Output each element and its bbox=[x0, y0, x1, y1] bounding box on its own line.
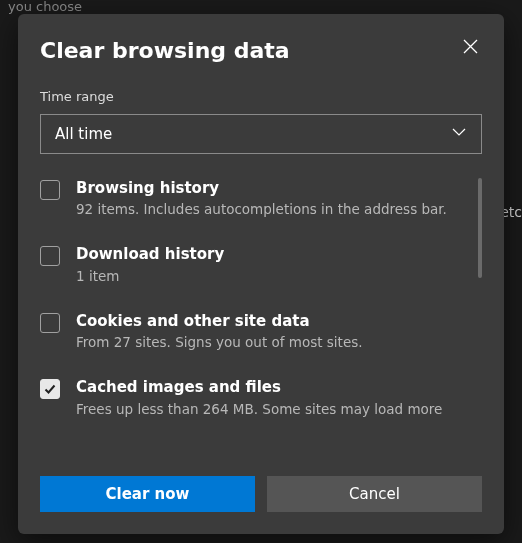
clear-browsing-data-dialog: Clear browsing data Time range All time … bbox=[18, 14, 504, 534]
item-text: Browsing history 92 items. Includes auto… bbox=[76, 178, 468, 218]
checkbox-browsing-history[interactable] bbox=[40, 180, 60, 200]
time-range-label: Time range bbox=[40, 89, 482, 104]
item-title: Download history bbox=[76, 244, 468, 264]
dialog-title: Clear browsing data bbox=[40, 38, 290, 63]
time-range-select[interactable]: All time bbox=[40, 114, 482, 154]
item-title: Cookies and other site data bbox=[76, 311, 468, 331]
item-title: Cached images and files bbox=[76, 377, 468, 397]
item-sub: From 27 sites. Signs you out of most sit… bbox=[76, 333, 468, 351]
item-text: Download history 1 item bbox=[76, 244, 468, 284]
item-text: Cached images and files Frees up less th… bbox=[76, 377, 468, 417]
close-button[interactable] bbox=[458, 34, 482, 58]
item-cached-files[interactable]: Cached images and files Frees up less th… bbox=[40, 377, 468, 417]
time-range-value: All time bbox=[55, 125, 112, 143]
checkbox-cookies[interactable] bbox=[40, 313, 60, 333]
dialog-header: Clear browsing data bbox=[40, 38, 482, 63]
item-download-history[interactable]: Download history 1 item bbox=[40, 244, 468, 284]
item-title: Browsing history bbox=[76, 178, 468, 198]
item-cookies[interactable]: Cookies and other site data From 27 site… bbox=[40, 311, 468, 351]
checkbox-download-history[interactable] bbox=[40, 246, 60, 266]
data-type-list: Browsing history 92 items. Includes auto… bbox=[40, 178, 482, 472]
close-icon bbox=[463, 39, 478, 54]
background-text-top: you choose bbox=[0, 0, 90, 13]
checkbox-cached-files[interactable] bbox=[40, 379, 60, 399]
item-sub: 92 items. Includes autocompletions in th… bbox=[76, 200, 468, 218]
scrollbar-thumb[interactable] bbox=[478, 178, 482, 278]
chevron-down-icon bbox=[451, 124, 467, 144]
item-sub: Frees up less than 264 MB. Some sites ma… bbox=[76, 400, 468, 418]
dialog-footer: Clear now Cancel bbox=[40, 476, 482, 512]
cancel-button[interactable]: Cancel bbox=[267, 476, 482, 512]
item-text: Cookies and other site data From 27 site… bbox=[76, 311, 468, 351]
check-icon bbox=[43, 382, 57, 396]
clear-now-button[interactable]: Clear now bbox=[40, 476, 255, 512]
item-sub: 1 item bbox=[76, 267, 468, 285]
item-browsing-history[interactable]: Browsing history 92 items. Includes auto… bbox=[40, 178, 468, 218]
